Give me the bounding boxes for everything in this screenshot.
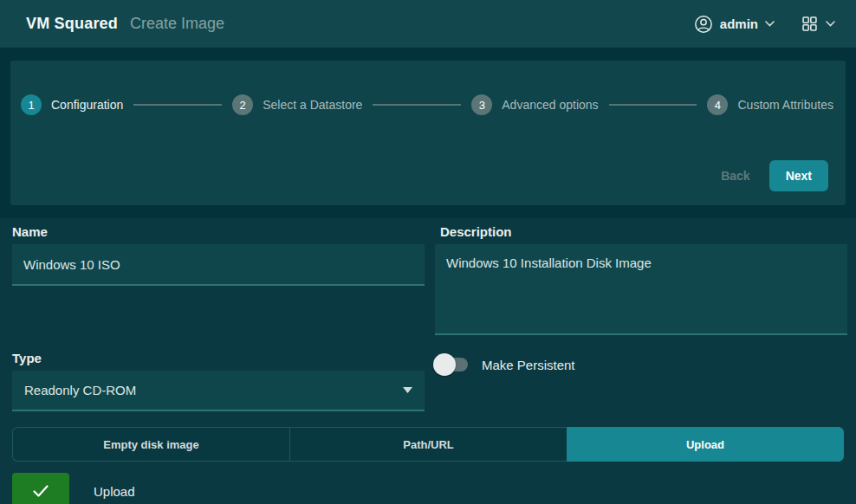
brand-logo[interactable]: VM Squared — [26, 15, 118, 33]
step-number-badge: 2 — [232, 94, 253, 115]
chevron-down-icon — [765, 21, 775, 27]
upload-row: Upload — [12, 473, 844, 504]
step-select-datastore[interactable]: 2 Select a Datastore — [232, 94, 362, 115]
create-image-form: Name Type Readonly CD-ROM Description Wi… — [0, 218, 856, 504]
step-label: Configuration — [51, 98, 123, 112]
page-title: Create Image — [130, 15, 224, 33]
tab-path-url[interactable]: Path/URL — [289, 427, 567, 462]
image-source-tabs: Empty disk image Path/URL Upload — [12, 427, 844, 462]
next-button[interactable]: Next — [769, 160, 828, 191]
type-select[interactable]: Readonly CD-ROM — [12, 371, 425, 411]
step-label: Advanced options — [502, 98, 598, 112]
upload-label: Upload — [94, 484, 135, 499]
check-icon — [32, 484, 49, 498]
back-button[interactable]: Back — [721, 169, 749, 183]
make-persistent-label: Make Persistent — [482, 358, 575, 372]
step-label: Select a Datastore — [263, 98, 362, 112]
step-advanced-options[interactable]: 3 Advanced options — [471, 94, 598, 115]
tab-upload[interactable]: Upload — [567, 427, 844, 462]
apps-grid-icon — [801, 15, 819, 33]
step-number-badge: 1 — [21, 94, 42, 115]
wizard-panel: 1 Configuration 2 Select a Datastore 3 A… — [10, 61, 846, 205]
make-persistent-row: Make Persistent — [435, 356, 856, 373]
form-grid: Name Type Readonly CD-ROM Description Wi… — [0, 218, 856, 411]
step-connector — [133, 104, 222, 106]
user-menu[interactable]: admin — [694, 15, 775, 34]
wizard-stepper: 1 Configuration 2 Select a Datastore 3 A… — [21, 94, 833, 115]
type-selected-value: Readonly CD-ROM — [24, 383, 136, 397]
type-field-label: Type — [0, 345, 428, 371]
step-connector — [373, 104, 461, 106]
step-connector — [609, 104, 697, 106]
upload-file-button[interactable] — [12, 473, 69, 504]
user-icon — [694, 15, 713, 34]
form-column-right: Description Windows 10 Installation Disk… — [428, 218, 856, 411]
user-name: admin — [720, 16, 758, 31]
name-input[interactable] — [12, 244, 425, 286]
step-number-badge: 3 — [471, 94, 492, 115]
make-persistent-toggle[interactable] — [435, 356, 468, 373]
chevron-down-icon — [826, 21, 835, 27]
tab-empty-disk-image[interactable]: Empty disk image — [12, 427, 289, 462]
step-number-badge: 4 — [707, 94, 728, 115]
step-custom-attributes[interactable]: 4 Custom Attributes — [707, 94, 833, 115]
caret-down-icon — [403, 387, 412, 393]
wizard-actions: Back Next — [721, 160, 828, 191]
description-field-label: Description — [428, 218, 856, 244]
toggle-knob — [433, 353, 456, 376]
form-column-left: Name Type Readonly CD-ROM — [0, 218, 428, 411]
step-configuration[interactable]: 1 Configuration — [21, 94, 123, 115]
name-field-label: Name — [0, 218, 428, 244]
step-label: Custom Attributes — [737, 98, 833, 112]
apps-menu[interactable] — [801, 15, 835, 33]
topbar: VM Squared Create Image admin — [0, 0, 856, 48]
description-textarea[interactable]: Windows 10 Installation Disk Image — [435, 244, 847, 335]
